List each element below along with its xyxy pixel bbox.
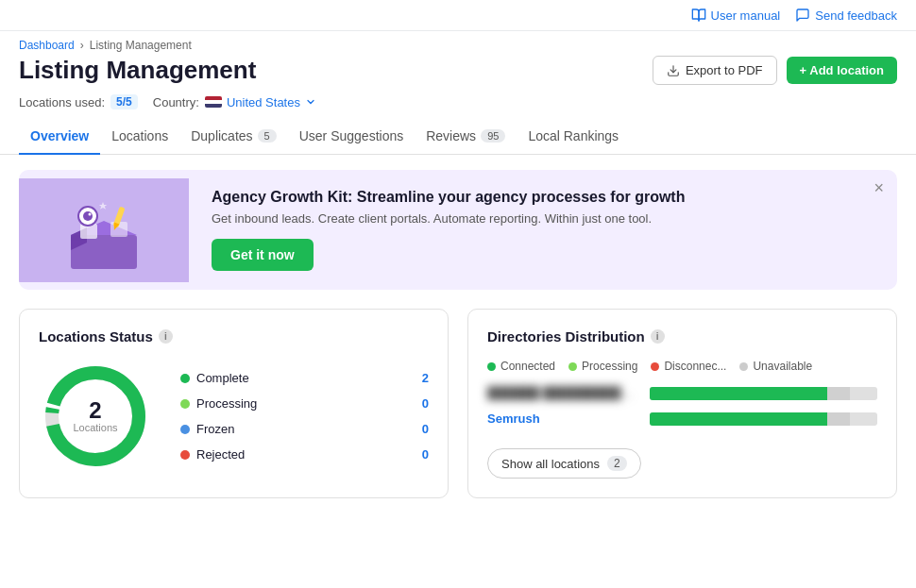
legend-frozen: Frozen 0	[180, 422, 429, 436]
dir-legend-processing: Processing	[568, 360, 637, 373]
dir-legend-connected: Connected	[487, 360, 555, 373]
chevron-down-icon	[305, 96, 316, 108]
dir-row-blurred: ██████ ████████████ ████	[487, 386, 877, 400]
dir-row-semrush: Semrush	[487, 412, 877, 426]
user-manual-label: User manual	[711, 8, 781, 23]
dir-dot-connected	[487, 362, 496, 371]
donut-label: Locations	[73, 422, 117, 433]
show-all-locations-button[interactable]: Show all locations 2	[487, 448, 641, 479]
export-pdf-button[interactable]: Export to PDF	[653, 56, 777, 85]
banner-subtitle: Get inbound leads. Create client portals…	[212, 211, 874, 226]
directories-label: Directories Distribution	[487, 328, 645, 344]
banner-text: Agency Growth Kit: Streamline your agenc…	[189, 170, 897, 290]
tab-locations[interactable]: Locations	[100, 119, 179, 155]
tab-duplicates-badge: 5	[258, 129, 277, 143]
locations-status-label: Locations Status	[39, 328, 153, 344]
user-manual-link[interactable]: User manual	[691, 8, 781, 23]
dir-bar-unavailable	[827, 387, 850, 400]
tab-overview[interactable]: Overview	[19, 119, 100, 155]
banner-cta-button[interactable]: Get it now	[212, 239, 314, 271]
dir-bar-blurred	[650, 387, 877, 400]
banner-cta-label: Get it now	[230, 247, 295, 262]
dot-processing	[180, 399, 190, 409]
dir-legend-disconnected: Disconnec...	[651, 360, 726, 373]
export-pdf-label: Export to PDF	[686, 63, 763, 77]
dir-bar-semrush-connected	[650, 412, 827, 426]
svg-point-8	[89, 212, 92, 215]
donut-chart: 2 Locations	[39, 360, 152, 473]
dir-row-blurred-name: ██████ ████████████ ████	[487, 386, 638, 400]
status-legend: Complete 2 Processing 0 Frozen 0 Rejec	[180, 371, 429, 462]
add-location-label: + Add location	[800, 63, 884, 77]
page-title: Listing Management	[19, 56, 256, 85]
cards-row: Locations Status i	[19, 309, 897, 498]
show-all-label: Show all locations	[501, 457, 600, 471]
export-icon	[667, 64, 680, 77]
tab-duplicates-label: Duplicates	[191, 128, 252, 143]
locations-used: Locations used: 5/5	[19, 94, 138, 109]
dir-bar-connected	[650, 387, 827, 400]
directories-card: Directories Distribution i Connected Pro…	[467, 309, 897, 498]
dot-complete	[180, 374, 190, 383]
tab-locations-label: Locations	[111, 128, 168, 143]
svg-point-7	[83, 211, 93, 221]
locations-used-label: Locations used:	[19, 95, 105, 109]
dot-frozen	[180, 425, 190, 434]
add-location-button[interactable]: + Add location	[787, 57, 897, 84]
breadcrumb-parent[interactable]: Dashboard	[19, 39, 75, 52]
dir-bar-semrush	[650, 412, 877, 426]
breadcrumb: Dashboard › Listing Management	[19, 39, 897, 52]
legend-processing: Processing 0	[180, 396, 429, 411]
legend-rejected: Rejected 0	[180, 447, 429, 462]
feedback-icon	[795, 8, 810, 23]
directories-legend: Connected Processing Disconnec... Unavai…	[487, 360, 877, 373]
dir-dot-processing	[568, 362, 577, 371]
dir-row-semrush-name[interactable]: Semrush	[487, 412, 638, 426]
show-all-count-badge: 2	[607, 456, 627, 471]
send-feedback-link[interactable]: Send feedback	[795, 8, 897, 23]
directories-info-icon[interactable]: i	[651, 329, 665, 344]
tab-local-rankings[interactable]: Local Rankings	[517, 119, 630, 155]
svg-marker-11	[99, 202, 107, 210]
donut-area: 2 Locations Complete 2 Processing 0	[39, 360, 429, 473]
country-label: Country:	[153, 95, 199, 109]
dir-dot-unavailable	[739, 362, 748, 371]
banner-illustration	[19, 178, 189, 282]
banner-close-button[interactable]: ×	[874, 179, 884, 196]
directories-title: Directories Distribution i	[487, 328, 877, 344]
tabs-bar: Overview Locations Duplicates 5 User Sug…	[0, 119, 916, 155]
meta-row: Locations used: 5/5 Country: United Stat…	[19, 94, 897, 109]
banner-title: Agency Growth Kit: Streamline your agenc…	[212, 189, 874, 206]
donut-center: 2 Locations	[73, 399, 117, 433]
locations-status-card: Locations Status i	[19, 309, 449, 498]
tab-local-rankings-label: Local Rankings	[528, 128, 619, 143]
locations-status-title: Locations Status i	[39, 328, 429, 344]
dir-bar-semrush-unavailable	[827, 412, 850, 426]
flag-icon	[205, 96, 222, 108]
country-selector[interactable]: United States	[205, 95, 316, 109]
tab-reviews[interactable]: Reviews 95	[415, 119, 517, 155]
send-feedback-label: Send feedback	[815, 8, 897, 23]
tab-user-suggestions[interactable]: User Suggestions	[288, 119, 416, 155]
locations-used-badge: 5/5	[110, 94, 138, 109]
banner: Agency Growth Kit: Streamline your agenc…	[19, 170, 897, 290]
tab-reviews-label: Reviews	[426, 128, 476, 143]
tab-duplicates[interactable]: Duplicates 5	[179, 119, 288, 155]
donut-number: 2	[73, 399, 117, 422]
dir-dot-disconnected	[651, 362, 659, 371]
dir-legend-unavailable: Unavailable	[739, 360, 812, 373]
breadcrumb-current: Listing Management	[90, 39, 192, 52]
banner-svg-illustration	[52, 188, 156, 273]
tab-reviews-badge: 95	[481, 129, 505, 143]
tab-overview-label: Overview	[30, 128, 89, 143]
book-icon	[691, 8, 706, 23]
tab-user-suggestions-label: User Suggestions	[299, 128, 404, 143]
locations-status-info-icon[interactable]: i	[159, 329, 173, 344]
dot-rejected	[180, 450, 190, 460]
header-actions: Export to PDF + Add location	[653, 56, 897, 85]
country-name: United States	[227, 95, 300, 109]
breadcrumb-separator: ›	[80, 39, 84, 52]
legend-complete: Complete 2	[180, 371, 429, 385]
